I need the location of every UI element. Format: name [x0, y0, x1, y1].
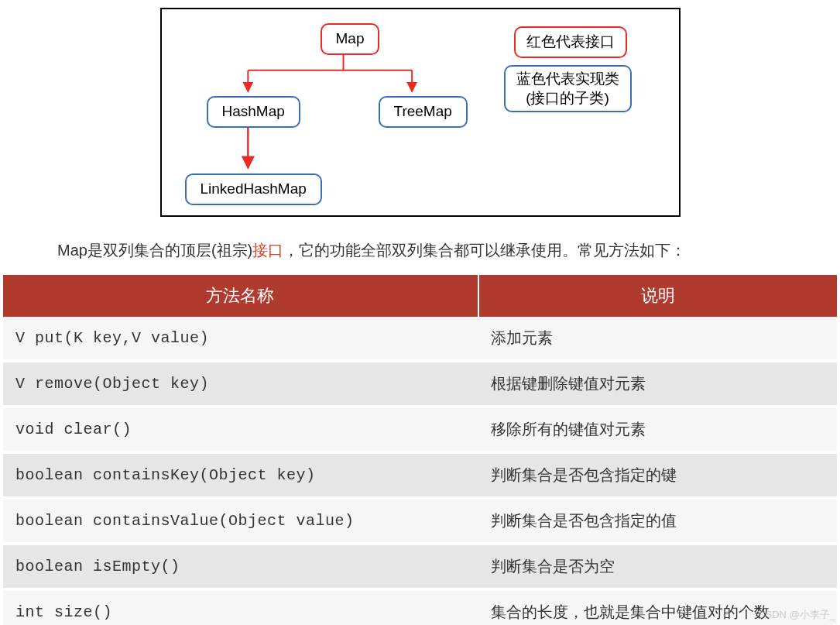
- legend-impl-line2: (接口的子类): [516, 89, 619, 108]
- node-linkedhashmap-label: LinkedHashMap: [201, 180, 307, 197]
- header-method: 方法名称: [3, 275, 478, 317]
- table-row: V put(K key,V value)添加元素: [3, 317, 837, 361]
- method-signature: void clear(): [3, 407, 478, 452]
- node-treemap: TreeMap: [379, 96, 468, 128]
- class-hierarchy-diagram: Map HashMap TreeMap LinkedHashMap 红色代表接口…: [160, 8, 681, 217]
- node-treemap-label: TreeMap: [394, 103, 452, 119]
- methods-table: 方法名称 说明 V put(K key,V value)添加元素V remove…: [3, 275, 837, 625]
- method-signature: V remove(Object key): [3, 361, 478, 407]
- table-row: void clear()移除所有的键值对元素: [3, 407, 837, 452]
- header-desc: 说明: [478, 275, 837, 317]
- table-row: boolean containsValue(Object value)判断集合是…: [3, 498, 837, 544]
- method-description: 添加元素: [478, 317, 837, 361]
- caption: Map是双列集合的顶层(祖宗)接口，它的功能全部双列集合都可以继承使用。常见方法…: [3, 240, 837, 275]
- caption-before: Map是双列集合的顶层(祖宗): [57, 242, 252, 259]
- method-signature: boolean containsValue(Object value): [3, 498, 478, 544]
- table-row: V remove(Object key)根据键删除键值对元素: [3, 361, 837, 407]
- node-linkedhashmap: LinkedHashMap: [185, 173, 322, 205]
- method-signature: int size(): [3, 589, 478, 625]
- method-description: 判断集合是否包含指定的值: [478, 498, 837, 544]
- node-hashmap: HashMap: [207, 96, 300, 128]
- method-description: 移除所有的键值对元素: [478, 407, 837, 452]
- method-signature: boolean isEmpty(): [3, 544, 478, 589]
- table-header-row: 方法名称 说明: [3, 275, 837, 317]
- legend-interface-label: 红色代表接口: [526, 33, 615, 50]
- node-map: Map: [321, 23, 380, 55]
- method-signature: V put(K key,V value): [3, 317, 478, 361]
- method-description: 根据键删除键值对元素: [478, 361, 837, 407]
- table-row: int size()集合的长度，也就是集合中键值对的个数: [3, 589, 837, 625]
- node-hashmap-label: HashMap: [222, 103, 285, 119]
- method-description: 判断集合是否包含指定的键: [478, 452, 837, 498]
- table-row: boolean isEmpty()判断集合是否为空: [3, 544, 837, 589]
- table-row: boolean containsKey(Object key)判断集合是否包含指…: [3, 452, 837, 498]
- legend-interface: 红色代表接口: [514, 26, 627, 58]
- caption-after: ，它的功能全部双列集合都可以继承使用。常见方法如下：: [283, 242, 686, 259]
- method-description: 集合的长度，也就是集合中键值对的个数: [478, 589, 837, 625]
- method-description: 判断集合是否为空: [478, 544, 837, 589]
- node-map-label: Map: [336, 30, 365, 46]
- caption-highlight: 接口: [252, 242, 283, 259]
- method-signature: boolean containsKey(Object key): [3, 452, 478, 498]
- legend-impl-line1: 蓝色代表实现类: [516, 70, 619, 89]
- legend-impl: 蓝色代表实现类 (接口的子类): [504, 65, 632, 112]
